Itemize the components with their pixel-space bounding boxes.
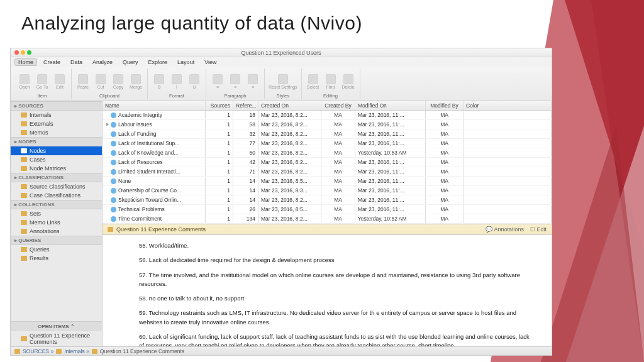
annotations-toggle[interactable]: 💬 Annotations [486, 226, 524, 233]
menu-query[interactable]: Query [119, 58, 142, 66]
open-item[interactable]: Question 11 Experience Comments [11, 331, 102, 346]
ribbon-tool[interactable]: Open [17, 74, 32, 89]
menu-analyze[interactable]: Analyze [89, 58, 116, 66]
folder-icon [21, 229, 27, 234]
node-row[interactable]: Limited Student Interacti...171Mar 23, 2… [103, 167, 552, 177]
sidebar-item-memo-links[interactable]: Memo Links [11, 218, 102, 227]
minimize-icon[interactable] [21, 50, 25, 55]
window-titlebar: Question 11 Experienced Users [11, 48, 552, 57]
sidebar-section-classifications[interactable]: ▸ CLASSIFICATIONS [11, 173, 102, 182]
sidebar-item-memos[interactable]: Memos [11, 128, 102, 137]
column-header[interactable]: Created By [321, 101, 355, 110]
sidebar-section-sources[interactable]: ▸ SOURCES [11, 101, 102, 111]
node-row[interactable]: Skepticism Toward Onlin...114Mar 23, 201… [103, 195, 552, 205]
breadcrumb[interactable]: Question 11 Experience Comments [100, 348, 184, 354]
folder-icon [14, 349, 20, 354]
ribbon-tool[interactable]: ≡ [210, 74, 225, 89]
sidebar-item-cases[interactable]: Cases [11, 155, 102, 164]
menu-home[interactable]: Home [14, 58, 37, 66]
window-title: Question 11 Experienced Users [241, 50, 321, 56]
column-header[interactable]: Modified On [355, 101, 426, 110]
node-row[interactable]: Lack of Resources142Mar 23, 2016, 8:2...… [103, 158, 552, 167]
sidebar-item-annotations[interactable]: Annotations [11, 227, 102, 236]
expand-icon[interactable] [106, 123, 109, 126]
sidebar-item-externals[interactable]: Externals [11, 119, 102, 128]
node-row[interactable]: Lack of Knowledge and...150Mar 23, 2016,… [103, 148, 552, 158]
sidebar-item-queries[interactable]: Queries [11, 245, 102, 254]
column-header[interactable]: Sources [206, 101, 233, 110]
sidebar-section-queries[interactable]: ▸ QUERIES [11, 236, 102, 245]
menu-create[interactable]: Create [40, 58, 64, 66]
ribbon-group-editing: SelectFindDeleteEditing [302, 69, 360, 99]
folder-icon [21, 121, 27, 126]
folder-icon [21, 184, 27, 189]
column-header[interactable]: Name [103, 101, 206, 110]
sidebar-item-case-classifications[interactable]: Case Classifications [11, 191, 102, 200]
ribbon-tool[interactable]: Copy [111, 74, 126, 89]
node-row[interactable]: Ownership of Course Co...114Mar 23, 2016… [103, 186, 552, 195]
sidebar-item-node-matrices[interactable]: Node Matrices [11, 164, 102, 173]
breadcrumb[interactable]: Internals » [64, 348, 89, 354]
ribbon-tool[interactable]: ≡ [245, 74, 260, 89]
ribbon-tool[interactable]: Cut [93, 74, 108, 89]
menu-explore[interactable]: Explore [145, 58, 172, 66]
edit-toggle[interactable]: ☐ Edit [530, 226, 547, 233]
sidebar-item-nodes[interactable]: Nodes [11, 146, 102, 155]
ribbon-group-clipboard: PasteCutCopyMergeClipboard [72, 69, 148, 99]
column-header[interactable]: Modified By [426, 101, 464, 110]
folder-icon [56, 349, 62, 354]
menu-view[interactable]: View [201, 58, 220, 66]
ribbon-tool[interactable]: ≡ [228, 74, 243, 89]
sidebar-item-internals[interactable]: Internals [11, 111, 102, 119]
ribbon-tool[interactable]: I [169, 74, 184, 89]
menu-layout[interactable]: Layout [174, 58, 198, 66]
folder-icon [21, 130, 27, 135]
navigation-sidebar: ▸ SOURCESInternalsExternalsMemos▸ NODESN… [11, 101, 103, 346]
ribbon-tool[interactable]: Select [306, 74, 321, 89]
node-row[interactable]: Technical Problems126Mar 23, 2016, 8:5..… [103, 205, 552, 214]
column-header[interactable]: Created On [258, 101, 321, 110]
breadcrumb[interactable]: SOURCES » [23, 348, 53, 354]
zoom-icon[interactable] [27, 50, 31, 55]
sidebar-section-collections[interactable]: ▸ COLLECTIONS [11, 200, 102, 209]
ribbon-tool[interactable]: B [152, 74, 167, 89]
ribbon-tool[interactable]: Find [323, 74, 338, 89]
ribbon-tool[interactable]: U [187, 74, 202, 89]
ribbon-tool[interactable]: Merge [128, 74, 143, 89]
comment-paragraph: 60. Lack of significant funding, lack of… [139, 332, 534, 346]
node-icon [111, 207, 116, 212]
ribbon-group-format: BIUFormat [148, 69, 206, 99]
node-row[interactable]: Lack of Funding132Mar 23, 2016, 8:2...MA… [103, 129, 552, 139]
sidebar-item-source-classifications[interactable]: Source Classifications [11, 182, 102, 191]
folder-icon [21, 247, 27, 252]
comment-paragraph: 56. Lack of dedicated time required for … [139, 256, 534, 265]
ribbon-tool[interactable]: Edit [52, 74, 67, 89]
sidebar-item-results[interactable]: Results [11, 254, 102, 263]
folder-icon [21, 220, 27, 225]
open-items-header[interactable]: OPEN ITEMS ⌃ [11, 321, 102, 331]
node-row[interactable]: Lack of Institutional Sup...177Mar 23, 2… [103, 139, 552, 148]
detail-tab[interactable]: Question 11 Experience Comments 💬 Annota… [103, 224, 552, 235]
node-icon [111, 141, 116, 146]
node-icon [111, 188, 116, 194]
ribbon-tool[interactable]: Delete [341, 74, 356, 89]
slide-title: Analyzing large quantity of data (Nvivo) [21, 13, 362, 34]
ribbon-tool[interactable]: Go To [35, 74, 50, 89]
detail-tab-label: Question 11 Experience Comments [116, 226, 206, 233]
status-bar: SOURCES » Internals » Question 11 Experi… [11, 346, 552, 355]
folder-icon [21, 166, 27, 171]
sidebar-section-nodes[interactable]: ▸ NODES [11, 137, 102, 146]
window-controls[interactable] [14, 50, 31, 55]
sidebar-item-sets[interactable]: Sets [11, 209, 102, 218]
node-row[interactable]: Labour Issues158Mar 23, 2016, 8:2...MAMa… [103, 120, 552, 129]
node-row[interactable]: Academic Integrity118Mar 23, 2016, 8:2..… [103, 111, 552, 120]
node-row[interactable]: None114Mar 23, 2016, 8:5...MAMar 23, 201… [103, 177, 552, 186]
folder-icon [21, 336, 27, 341]
column-header[interactable]: Refere... [233, 101, 258, 110]
ribbon-tool[interactable]: Reset Settings [269, 74, 297, 89]
node-row[interactable]: Time Commitment1134Mar 23, 2016, 8:2...M… [103, 214, 552, 224]
column-header[interactable]: Color [464, 101, 552, 110]
close-icon[interactable] [14, 50, 19, 55]
menu-data[interactable]: Data [67, 58, 86, 66]
ribbon-tool[interactable]: Paste [75, 74, 91, 89]
